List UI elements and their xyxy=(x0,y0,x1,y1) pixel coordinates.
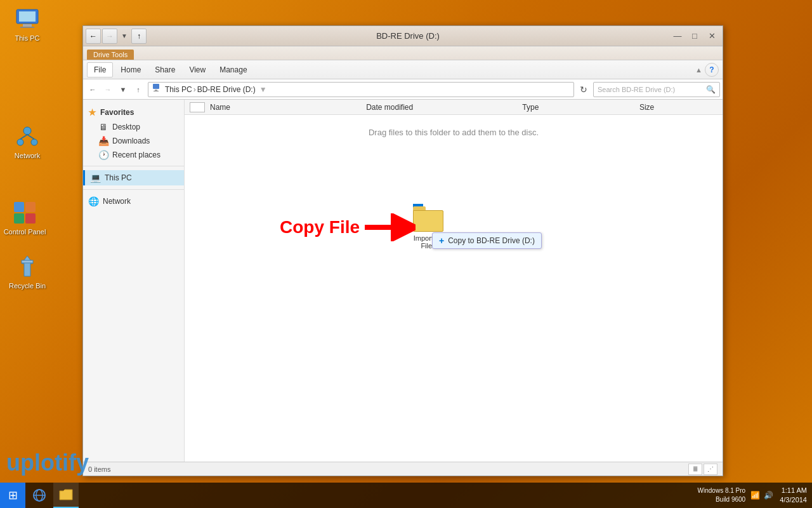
taskbar-time: 1:11 AM xyxy=(780,486,807,495)
network-sidebar-icon: 🌐 xyxy=(88,196,99,206)
sidebar-item-desktop[interactable]: 🖥 Desktop xyxy=(83,120,184,134)
file-list-header: Name Date modified Type Size xyxy=(185,100,723,115)
address-this-pc: This PC xyxy=(165,85,192,94)
recent-places-icon: 🕐 xyxy=(98,150,108,160)
ie-taskbar-button[interactable] xyxy=(27,483,52,508)
title-bar-left: ← → ▼ ↑ xyxy=(86,29,147,44)
view-buttons: ≣ ⋰ xyxy=(688,464,717,475)
addr-back-button[interactable]: ← xyxy=(86,83,100,97)
col-date-header[interactable]: Date modified xyxy=(366,103,522,112)
copy-file-label: Copy File xyxy=(280,217,360,237)
header-checkbox[interactable] xyxy=(190,102,205,112)
favorites-section[interactable]: ★ Favorites xyxy=(83,105,184,120)
addr-up-button[interactable]: ↑ xyxy=(131,83,145,97)
minimize-button[interactable]: — xyxy=(669,29,686,43)
addr-dropdown-button[interactable]: ▼ xyxy=(116,83,130,97)
sidebar-item-downloads[interactable]: 📥 Downloads xyxy=(83,134,184,148)
ribbon-collapse-btn[interactable]: ▲ xyxy=(695,66,702,74)
desktop-icon-this-pc[interactable]: This PC xyxy=(5,6,49,42)
details-view-button[interactable]: ≣ xyxy=(688,464,702,475)
search-icon: 🔍 xyxy=(706,85,716,94)
svg-rect-3 xyxy=(20,27,34,28)
search-box[interactable]: Search BD-RE Drive (D:) 🔍 xyxy=(593,82,720,97)
window-title: BD-RE Drive (D:) xyxy=(147,31,669,41)
folder-body xyxy=(413,210,443,232)
folder-icon xyxy=(413,206,443,232)
refresh-button[interactable]: ↻ xyxy=(577,83,591,97)
copy-arrow-icon xyxy=(365,213,416,241)
svg-rect-1 xyxy=(19,11,36,22)
nav-dropdown-button[interactable]: ▼ xyxy=(119,29,130,43)
file-content: Drag files to this folder to add them to… xyxy=(185,115,723,462)
svg-rect-2 xyxy=(23,24,32,27)
desktop-icon-control-panel[interactable]: Control Panel xyxy=(3,200,47,236)
desktop-icon-network[interactable]: Network xyxy=(5,124,49,159)
downloads-folder-icon: 📥 xyxy=(98,136,108,146)
view-menu-button[interactable]: View xyxy=(183,62,212,77)
tooltip-text: Copy to BD-RE Drive (D:) xyxy=(448,236,535,245)
svg-point-6 xyxy=(31,139,37,145)
volume-tray-icon: 🔊 xyxy=(764,491,773,500)
folder-taskbar-button[interactable] xyxy=(53,483,79,508)
network-desktop-icon xyxy=(15,124,40,149)
svg-marker-13 xyxy=(22,256,33,276)
drive-tools-tab-label[interactable]: Drive Tools xyxy=(87,50,134,60)
recycle-bin-label: Recycle Bin xyxy=(9,282,46,290)
sidebar-network-label: Network xyxy=(103,197,131,206)
sidebar-desktop-label: Desktop xyxy=(112,123,140,131)
sidebar-item-recent[interactable]: 🕐 Recent places xyxy=(83,148,184,162)
search-placeholder: Search BD-RE Drive (D:) xyxy=(598,86,675,93)
addr-computer-icon xyxy=(152,83,162,95)
taskbar-date: 4/3/2014 xyxy=(780,495,807,505)
sidebar-item-this-pc[interactable]: 💻 This PC xyxy=(83,170,184,185)
svg-line-7 xyxy=(20,135,27,139)
col-type-header[interactable]: Type xyxy=(522,103,639,112)
nav-controls: ← → ▼ ↑ xyxy=(86,29,147,44)
explorer-window: ← → ▼ ↑ BD-RE Drive (D:) — □ ✕ Drive Too… xyxy=(82,25,723,476)
manage-menu-button[interactable]: Manage xyxy=(213,62,253,77)
content-area: ★ Favorites 🖥 Desktop 📥 Downloads 🕐 Rece… xyxy=(83,100,723,462)
items-count: 0 items xyxy=(88,465,110,473)
file-menu-button[interactable]: File xyxy=(87,62,113,77)
taskbar: ⊞ Windows 8.1 Pro Build 9600 📶 🔊 1:11 AM… xyxy=(0,483,812,508)
file-list-area: Name Date modified Type Size Drag files … xyxy=(185,100,723,462)
tooltip-plus-icon: + xyxy=(439,236,444,246)
home-menu-button[interactable]: Home xyxy=(114,62,147,77)
maximize-button[interactable]: □ xyxy=(686,29,703,43)
ribbon-tabs-top: Drive Tools xyxy=(83,46,723,60)
svg-rect-11 xyxy=(14,213,24,224)
forward-button[interactable]: → xyxy=(102,29,117,44)
svg-rect-10 xyxy=(25,202,36,212)
control-panel-label: Control Panel xyxy=(4,228,46,236)
up-button[interactable]: ↑ xyxy=(131,29,147,44)
svg-rect-15 xyxy=(153,84,159,89)
start-button[interactable]: ⊞ xyxy=(0,483,25,508)
address-nav: ← → ▼ ↑ xyxy=(86,83,145,97)
address-path[interactable]: This PC › BD-RE Drive (D:) ▼ xyxy=(148,82,574,97)
col-size-header[interactable]: Size xyxy=(639,103,717,112)
back-button[interactable]: ← xyxy=(86,29,101,44)
svg-point-4 xyxy=(23,127,31,135)
svg-line-8 xyxy=(27,135,34,139)
desktop-icon-recycle-bin[interactable]: Recycle Bin xyxy=(5,254,49,290)
svg-rect-14 xyxy=(22,260,33,263)
favorites-label: Favorites xyxy=(100,108,134,117)
large-icons-view-button[interactable]: ⋰ xyxy=(704,464,717,475)
window-controls: — □ ✕ xyxy=(669,29,720,43)
title-bar: ← → ▼ ↑ BD-RE Drive (D:) — □ ✕ xyxy=(83,26,723,46)
sidebar-recent-label: Recent places xyxy=(112,150,160,159)
recycle-bin-icon xyxy=(15,254,40,279)
this-pc-label: This PC xyxy=(15,34,39,42)
col-name-header[interactable]: Name xyxy=(210,103,366,112)
drag-hint: Drag files to this folder to add them to… xyxy=(369,128,539,137)
addr-forward-button[interactable]: → xyxy=(101,83,115,97)
network-desktop-label: Network xyxy=(15,152,40,159)
share-menu-button[interactable]: Share xyxy=(148,62,181,77)
close-button[interactable]: ✕ xyxy=(704,29,720,43)
help-button[interactable]: ? xyxy=(705,63,719,77)
this-pc-sidebar-icon: 💻 xyxy=(90,173,101,183)
sidebar-item-network[interactable]: 🌐 Network xyxy=(83,194,184,209)
control-panel-icon xyxy=(12,200,37,225)
favorites-star-icon: ★ xyxy=(88,107,96,117)
copy-tooltip[interactable]: + Copy to BD-RE Drive (D:) xyxy=(432,232,542,249)
